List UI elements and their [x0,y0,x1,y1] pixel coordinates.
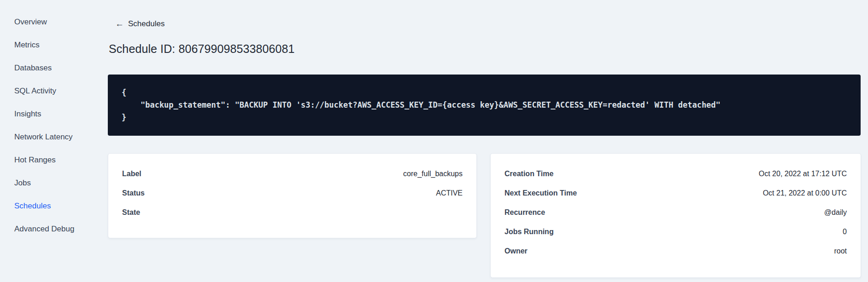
sidebar-item-advanced-debug[interactable]: Advanced Debug [0,218,109,241]
detail-value: @daily [824,208,847,217]
detail-row-recurrence: Recurrence @daily [504,203,847,222]
detail-label: Creation Time [504,170,553,178]
sidebar-item-databases[interactable]: Databases [0,57,109,80]
detail-value: Oct 21, 2022 at 0:00 UTC [763,189,847,197]
sidebar-item-metrics[interactable]: Metrics [0,34,109,57]
detail-label: Status [122,189,145,197]
back-link-label: Schedules [128,19,164,29]
detail-row-owner: Owner root [504,242,847,261]
schedule-meta-card: Creation Time Oct 20, 2022 at 17:12 UTC … [490,153,861,278]
sidebar-item-schedules[interactable]: Schedules [0,195,109,218]
back-arrow-icon: ← [115,19,124,29]
sidebar-item-hot-ranges[interactable]: Hot Ranges [0,149,109,172]
sidebar-item-overview[interactable]: Overview [0,11,109,34]
detail-label: Label [122,170,141,178]
detail-label: Recurrence [504,208,545,217]
detail-value: core_full_backups [403,170,463,178]
schedule-definition-code-block: { "backup_statement": "BACKUP INTO 's3:/… [108,75,861,136]
detail-row-state: State [122,203,463,222]
detail-row-jobs-running: Jobs Running 0 [504,222,847,242]
code-line: } [122,111,847,124]
sidebar-item-insights[interactable]: Insights [0,103,109,126]
back-link[interactable]: ← Schedules [115,19,164,29]
code-line: "backup_statement": "BACKUP INTO 's3://b… [122,99,847,111]
sidebar-item-sql-activity[interactable]: SQL Activity [0,80,109,103]
schedule-details-card: Label core_full_backups Status ACTIVE St… [108,153,477,238]
detail-value: ACTIVE [436,189,463,197]
detail-row-next-execution-time: Next Execution Time Oct 21, 2022 at 0:00… [504,184,847,203]
detail-label: State [122,208,140,217]
detail-value: 0 [843,228,847,236]
detail-label: Owner [504,247,528,255]
code-line: { [122,86,847,99]
sidebar: Overview Metrics Databases SQL Activity … [0,0,109,282]
detail-value: root [834,247,847,255]
detail-row-status: Status ACTIVE [122,184,463,203]
detail-value: Oct 20, 2022 at 17:12 UTC [759,170,847,178]
sidebar-item-jobs[interactable]: Jobs [0,172,109,195]
detail-row-label: Label core_full_backups [122,164,463,184]
detail-row-creation-time: Creation Time Oct 20, 2022 at 17:12 UTC [504,164,847,184]
detail-label: Next Execution Time [504,189,577,197]
detail-label: Jobs Running [504,228,554,236]
sidebar-item-network-latency[interactable]: Network Latency [0,126,109,149]
page-title: Schedule ID: 806799098533806081 [109,42,294,56]
